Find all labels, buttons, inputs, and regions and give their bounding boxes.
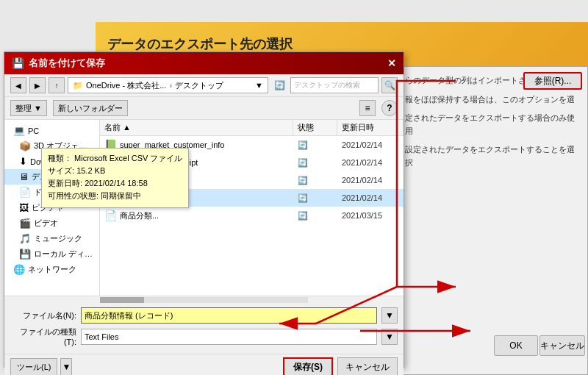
filename-label: ファイル名(N): xyxy=(10,310,76,321)
ref-button[interactable]: 参照(R)... xyxy=(523,72,582,90)
local-disk-icon: 💾 xyxy=(19,249,31,260)
arrange-button[interactable]: 整理 ▼ xyxy=(10,100,47,116)
tools-label: ツール(L) xyxy=(17,362,51,373)
video-icon: 🎬 xyxy=(19,218,31,229)
save-button[interactable]: 保存(S) xyxy=(283,357,333,375)
downloads-icon: ⬇ xyxy=(19,156,27,167)
network-icon: 🌐 xyxy=(13,264,25,275)
ok-button[interactable]: OK xyxy=(494,335,538,356)
file-date-2: 2021/02/14 xyxy=(337,174,404,186)
file-date-1: 2021/02/14 xyxy=(337,157,404,168)
ok-label: OK xyxy=(509,340,522,351)
tree-item-music[interactable]: 🎵 ミュージック xyxy=(4,231,99,246)
path-breadcrumb[interactable]: 📁 OneDrive - 株式会社... › デスクトップ ▼ xyxy=(68,77,268,93)
tree-item-network[interactable]: 🌐 ネットワーク xyxy=(4,262,99,277)
col-status[interactable]: 状態 xyxy=(293,120,337,135)
rp-text3: 定されたデータをエクスポートする場合のみ使用 xyxy=(405,112,580,138)
tools-arrow[interactable]: ▼ xyxy=(60,358,72,375)
file-status-1: 🔄 xyxy=(293,157,337,169)
file-status-2: 🔄 xyxy=(293,174,337,187)
pictures-icon: 🖼 xyxy=(19,202,29,213)
tooltip-size-value: 15.2 KB xyxy=(100,166,105,175)
tooltip-type-value: Microsoft Excel CSV ファイル xyxy=(100,154,182,162)
file-status-3: 🔄 xyxy=(293,192,337,204)
file-date-0: 2021/02/14 xyxy=(337,139,404,151)
filetype-input[interactable] xyxy=(81,329,377,345)
cancel-dialog-button[interactable]: キャンセル xyxy=(337,357,398,375)
filetype-row: ファイルの種類(T): ▼ xyxy=(10,326,398,346)
tree-item-pc[interactable]: 💻 PC xyxy=(4,123,99,138)
nav-toolbar: ◀ ▶ ↑ 📁 OneDrive - 株式会社... › デスクトップ ▼ 🔄 … xyxy=(4,74,404,97)
save-label: 保存(S) xyxy=(293,361,323,374)
tooltip-date-value: 2021/02/14 18:58 xyxy=(100,179,148,188)
filename-row: ファイル名(N): ▼ xyxy=(10,307,398,324)
ref-button-label: 参照(R)... xyxy=(534,75,572,88)
save-dialog: 💾 名前を付けて保存 ✕ ◀ ▶ ↑ 📁 OneDrive - 株式会社... … xyxy=(4,51,404,368)
breadcrumb-dropdown[interactable]: ▼ xyxy=(255,81,263,90)
file-status-4: 🔄 xyxy=(293,210,337,222)
view-button[interactable]: ≡ xyxy=(359,100,376,116)
music-label: ミュージック xyxy=(34,233,82,244)
cancel-right-label: キャンセル xyxy=(540,340,584,352)
right-panel: らのデータ型の列はインポートされません。 報をほぼ保持する場合は、このオプション… xyxy=(397,66,588,375)
music-icon: 🎵 xyxy=(19,233,31,244)
file-browser: 💻 PC 📦 3D オブジェクト ⬇ Downloads 🖥 デスクトップ 📄 … xyxy=(4,119,404,296)
tools-area: ツール(L) ▼ xyxy=(10,358,72,375)
pc-icon: 💻 xyxy=(13,125,25,136)
back-button[interactable]: ◀ xyxy=(10,77,26,93)
new-folder-button[interactable]: 新しいフォルダー xyxy=(53,100,128,116)
h-scroll-thumb[interactable] xyxy=(100,297,144,303)
breadcrumb-part1: 📁 xyxy=(73,81,83,90)
network-label: ネットワーク xyxy=(28,264,76,275)
video-label: ビデオ xyxy=(34,218,58,229)
rp-text2: 報をほぼ保持する場合は、このオプションを選 xyxy=(405,93,580,107)
file-row-4[interactable]: 📄商品分類... 🔄 2021/03/15 xyxy=(100,207,404,224)
banner-title: データのエクスポート先の選択 xyxy=(107,35,293,53)
cancel-dialog-label: キャンセル xyxy=(345,361,390,374)
arrange-toolbar: 整理 ▼ 新しいフォルダー ≡ ? xyxy=(4,97,404,119)
col-name[interactable]: 名前 ▲ xyxy=(100,120,293,135)
tree-item-local-disk[interactable]: 💾 ローカル ディスク (C xyxy=(4,246,99,262)
file-header: 名前 ▲ 状態 更新日時 xyxy=(100,120,404,136)
file-date-4: 2021/03/15 xyxy=(337,210,404,221)
tooltip-avail-value: 同期保留中 xyxy=(101,191,141,200)
scrollbar-area xyxy=(4,296,404,303)
search-placeholder: デスクトップの検索 xyxy=(294,80,360,90)
new-folder-label: 新しいフォルダー xyxy=(58,103,123,114)
local-disk-label: ローカル ディスク (C xyxy=(34,249,95,260)
forward-button[interactable]: ▶ xyxy=(29,77,46,93)
dialog-titlebar: 💾 名前を付けて保存 ✕ xyxy=(4,52,404,74)
breadcrumb-sep: › xyxy=(169,81,172,90)
filename-input[interactable] xyxy=(81,307,377,324)
breadcrumb-desktop: デスクトップ xyxy=(175,80,223,91)
tree-item-video[interactable]: 🎬 ビデオ xyxy=(4,215,99,231)
filetype-label: ファイルの種類(T): xyxy=(10,326,76,346)
cancel-right-button[interactable]: キャンセル xyxy=(539,335,585,356)
filename-dropdown[interactable]: ▼ xyxy=(381,307,398,324)
up-button[interactable]: ↑ xyxy=(49,77,65,93)
file-tooltip: 種類： Microsoft Excel CSV ファイル サイズ: 15.2 K… xyxy=(100,148,189,208)
file-panel: 名前 ▲ 状態 更新日時 📗super_market_customer_info… xyxy=(100,120,404,296)
file-date-3: 2021/02/14 xyxy=(337,192,404,204)
desktop-icon: 🖥 xyxy=(19,171,29,182)
documents-icon: 📄 xyxy=(19,187,31,198)
help-button[interactable]: ? xyxy=(381,100,398,116)
search-button[interactable]: 🔍 xyxy=(381,77,398,93)
file-name-4: 商品分類... xyxy=(120,210,159,221)
dialog-actions: ツール(L) ▼ 保存(S) キャンセル xyxy=(4,354,404,375)
refresh-button[interactable]: 🔄 xyxy=(271,77,287,93)
file-status-0: 🔄 xyxy=(293,139,337,151)
dialog-title: 名前を付けて保存 xyxy=(29,57,105,70)
col-date[interactable]: 更新日時 xyxy=(337,120,404,135)
h-scrollbar[interactable] xyxy=(100,297,308,303)
search-box: デスクトップの検索 xyxy=(290,77,379,93)
arrange-label: 整理 ▼ xyxy=(15,103,42,114)
close-button[interactable]: ✕ xyxy=(387,57,396,69)
tools-button[interactable]: ツール(L) xyxy=(10,358,57,375)
filetype-dropdown[interactable]: ▼ xyxy=(381,329,398,345)
dialog-icon: 💾 xyxy=(12,57,24,69)
3d-icon: 📦 xyxy=(19,140,31,151)
pc-label: PC xyxy=(28,126,39,135)
rp-text4: 設定されたデータをエクスポートすることを選択 xyxy=(405,143,580,169)
filename-area: ファイル名(N): ▼ ファイルの種類(T): ▼ xyxy=(4,303,404,354)
